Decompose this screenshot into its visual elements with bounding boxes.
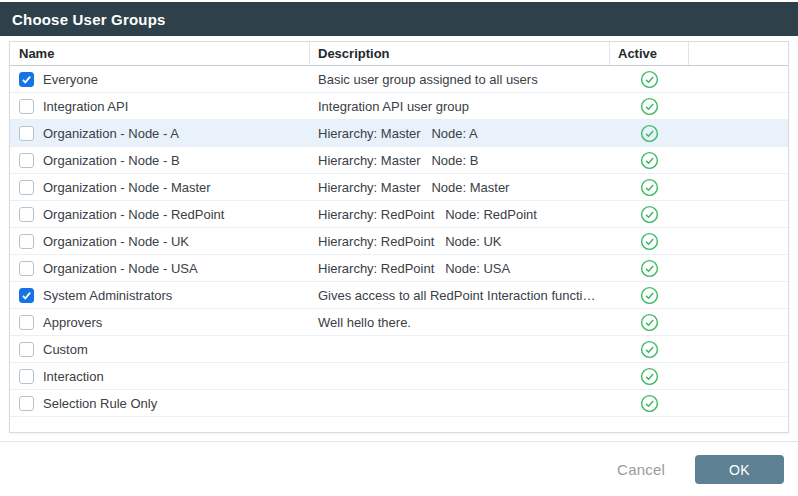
table-row[interactable]: Interaction: [10, 363, 788, 390]
active-check-icon: [640, 178, 659, 197]
group-name: Integration API: [43, 99, 128, 114]
ok-button[interactable]: OK: [695, 455, 784, 484]
column-header-description: Description: [310, 42, 610, 65]
dialog-titlebar: Choose User Groups: [0, 2, 798, 36]
table-row[interactable]: Integration API Integration API user gro…: [10, 93, 788, 120]
row-checkbox[interactable]: [19, 315, 34, 330]
table-row[interactable]: Organization - Node - RedPoint Hierarchy…: [10, 201, 788, 228]
group-name: Organization - Node - A: [43, 126, 179, 141]
row-checkbox[interactable]: [19, 288, 34, 303]
group-description: Gives access to all RedPoint Interaction…: [310, 288, 610, 303]
group-name: Organization - Node - RedPoint: [43, 207, 224, 222]
group-name: Organization - Node - Master: [43, 180, 211, 195]
table-row[interactable]: Everyone Basic user group assigned to al…: [10, 66, 788, 93]
table-row[interactable]: Organization - Node - Master Hierarchy: …: [10, 174, 788, 201]
table-row[interactable]: Selection Rule Only: [10, 390, 788, 417]
column-header-active: Active: [610, 42, 689, 65]
row-checkbox[interactable]: [19, 180, 34, 195]
checkmark-icon: [20, 73, 33, 86]
group-name: Selection Rule Only: [43, 396, 157, 411]
user-groups-table: Name Description Active Everyone Basic u…: [9, 41, 789, 433]
row-checkbox[interactable]: [19, 153, 34, 168]
active-check-icon: [640, 259, 659, 278]
active-check-icon: [640, 286, 659, 305]
choose-user-groups-dialog: Choose User Groups Name Description Acti…: [0, 2, 798, 496]
row-checkbox[interactable]: [19, 99, 34, 114]
group-description: Hierarchy: RedPoint Node: RedPoint: [310, 207, 610, 222]
row-checkbox[interactable]: [19, 261, 34, 276]
table-row[interactable]: System Administrators Gives access to al…: [10, 282, 788, 309]
row-checkbox[interactable]: [19, 207, 34, 222]
table-row[interactable]: Custom: [10, 336, 788, 363]
table-body: Everyone Basic user group assigned to al…: [10, 66, 788, 417]
column-header-extra: [689, 42, 788, 65]
active-check-icon: [640, 340, 659, 359]
row-checkbox[interactable]: [19, 234, 34, 249]
checkmark-icon: [20, 289, 33, 302]
row-checkbox[interactable]: [19, 126, 34, 141]
table-row[interactable]: Organization - Node - USA Hierarchy: Red…: [10, 255, 788, 282]
group-description: Hierarchy: RedPoint Node: UK: [310, 234, 610, 249]
row-checkbox[interactable]: [19, 396, 34, 411]
row-checkbox[interactable]: [19, 342, 34, 357]
group-name: Interaction: [43, 369, 104, 384]
active-check-icon: [640, 367, 659, 386]
dialog-title: Choose User Groups: [12, 11, 166, 28]
group-description: Hierarchy: RedPoint Node: USA: [310, 261, 610, 276]
group-description: Integration API user group: [310, 99, 610, 114]
table-row[interactable]: Organization - Node - B Hierarchy: Maste…: [10, 147, 788, 174]
table-row[interactable]: Approvers Well hello there.: [10, 309, 788, 336]
table-row[interactable]: Organization - Node - A Hierarchy: Maste…: [10, 120, 788, 147]
dialog-footer: Cancel OK: [0, 442, 798, 484]
group-description: Well hello there.: [310, 315, 610, 330]
group-name: Approvers: [43, 315, 102, 330]
row-checkbox[interactable]: [19, 369, 34, 384]
active-check-icon: [640, 151, 659, 170]
active-check-icon: [640, 394, 659, 413]
group-name: Organization - Node - USA: [43, 261, 198, 276]
group-description: Basic user group assigned to all users: [310, 72, 610, 87]
active-check-icon: [640, 70, 659, 89]
active-check-icon: [640, 97, 659, 116]
group-name: Everyone: [43, 72, 98, 87]
active-check-icon: [640, 232, 659, 251]
table-row[interactable]: Organization - Node - UK Hierarchy: RedP…: [10, 228, 788, 255]
group-name: Custom: [43, 342, 88, 357]
active-check-icon: [640, 205, 659, 224]
cancel-button[interactable]: Cancel: [617, 461, 665, 478]
active-check-icon: [640, 124, 659, 143]
group-description: Hierarchy: Master Node: B: [310, 153, 610, 168]
group-description: Hierarchy: Master Node: Master: [310, 180, 610, 195]
group-name: System Administrators: [43, 288, 172, 303]
group-description: Hierarchy: Master Node: A: [310, 126, 610, 141]
group-name: Organization - Node - B: [43, 153, 180, 168]
group-name: Organization - Node - UK: [43, 234, 189, 249]
row-checkbox[interactable]: [19, 72, 34, 87]
active-check-icon: [640, 313, 659, 332]
table-header: Name Description Active: [10, 42, 788, 66]
column-header-name: Name: [10, 42, 310, 65]
